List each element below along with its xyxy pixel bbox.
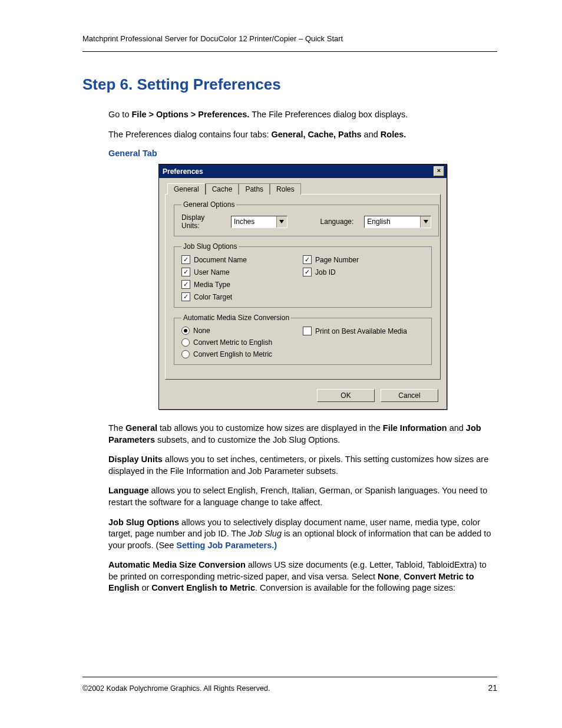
paragraph-display-units: Display Units allows you to set inches, … (108, 454, 497, 477)
checkbox-best-media[interactable]: Print on Best Available Media (303, 327, 424, 335)
checkbox-label: User Name (194, 268, 230, 276)
group-job-slug: Job Slug Options Document Name User Name… (174, 242, 432, 308)
paragraph-job-slug: Job Slug Options allows you to selective… (108, 517, 497, 552)
subheading-general-tab: General Tab (108, 149, 497, 158)
radio-metric-to-english[interactable]: Convert Metric to English (181, 338, 303, 347)
svg-marker-1 (424, 220, 428, 223)
text: allows you to set inches, centimeters, o… (108, 454, 488, 476)
checkbox-label: Print on Best Available Media (315, 327, 407, 335)
paragraph-language: Language allows you to select English, F… (108, 485, 497, 508)
tab-general[interactable]: General (167, 183, 206, 195)
text: Job Slug (249, 529, 282, 538)
tab-bar: General Cache Paths Roles (159, 178, 447, 194)
button-row: OK Cancel (159, 386, 447, 409)
text: . Conversion is available for the follow… (255, 583, 455, 592)
tab-cache[interactable]: Cache (206, 183, 239, 195)
tab-panel-general: General Options Display Units: Inches La… (165, 194, 441, 380)
copyright: ©2002 Kodak Polychrome Graphics. All Rig… (82, 684, 270, 693)
text: Language (108, 486, 148, 495)
text: Job Slug Options (108, 518, 179, 527)
check-icon (181, 268, 190, 276)
checkbox-user-name[interactable]: User Name (181, 268, 303, 276)
dropdown-value: English (367, 218, 390, 226)
language-label: Language: (320, 218, 354, 226)
radio-icon (181, 327, 190, 335)
checkbox-label: Job ID (315, 268, 336, 276)
radio-icon (181, 338, 190, 347)
chevron-down-icon (276, 216, 287, 228)
text: File Information (383, 423, 447, 433)
intro-paragraph: Go to File > Options > Preferences. The … (108, 109, 497, 121)
text: Display Units (108, 454, 163, 464)
text: subsets, and to customize the Job Slug O… (155, 435, 340, 444)
checkbox-label: Media Type (194, 281, 230, 289)
legend: Job Slug Options (181, 242, 239, 251)
ok-button[interactable]: OK (317, 389, 375, 402)
radio-none[interactable]: None (181, 327, 303, 335)
text: The Preferences dialog contains four tab… (108, 130, 271, 139)
check-icon (303, 327, 312, 335)
check-icon (303, 255, 312, 264)
check-icon (303, 268, 312, 276)
tabs-paragraph: The Preferences dialog contains four tab… (108, 129, 497, 141)
legend: General Options (181, 200, 236, 209)
text: None (378, 572, 399, 581)
dialog-title: Preferences (163, 167, 203, 176)
checkbox-page-number[interactable]: Page Number (303, 255, 424, 264)
display-units-dropdown[interactable]: Inches (231, 216, 287, 228)
close-button[interactable]: × (434, 166, 444, 176)
radio-english-to-metric[interactable]: Convert English to Metric (181, 350, 303, 358)
preferences-dialog: Preferences × General Cache Paths Roles … (158, 164, 447, 410)
close-icon: × (437, 167, 441, 174)
svg-marker-0 (279, 220, 284, 223)
check-icon (181, 292, 190, 301)
page-number: 21 (488, 683, 497, 693)
group-auto-media: Automatic Media Size Conversion None Con… (174, 314, 432, 365)
text: or (139, 583, 151, 592)
checkbox-label: Color Target (194, 293, 232, 301)
checkbox-color-target[interactable]: Color Target (181, 292, 303, 301)
text: General (125, 423, 157, 433)
chevron-down-icon (420, 216, 431, 228)
text: Automatic Media Size Conversion (108, 560, 246, 569)
checkbox-label: Page Number (315, 256, 359, 264)
checkbox-document-name[interactable]: Document Name (181, 255, 303, 264)
link-setting-job-parameters[interactable]: Setting Job Parameters.) (176, 541, 277, 550)
radio-label: None (193, 327, 210, 335)
check-icon (181, 280, 190, 289)
text: Go to (108, 110, 132, 119)
display-units-label: Display Units: (181, 213, 220, 230)
text: tab allows you to customize how sizes ar… (157, 423, 383, 433)
paragraph-auto-media: Automatic Media Size Conversion allows U… (108, 559, 497, 594)
checkbox-job-id[interactable]: Job ID (303, 268, 424, 276)
text: and (447, 423, 466, 433)
text: and (362, 130, 381, 139)
radio-icon (181, 350, 190, 358)
cancel-button[interactable]: Cancel (381, 389, 438, 402)
dropdown-value: Inches (234, 218, 254, 226)
checkbox-label: Document Name (194, 256, 247, 264)
menu-path: File > Options > Preferences. (132, 110, 250, 119)
text: Roles. (381, 130, 406, 139)
page-title: Step 6. Setting Preferences (82, 75, 497, 94)
paragraph-general: The General tab allows you to customize … (108, 423, 497, 446)
radio-label: Convert Metric to English (193, 338, 272, 347)
checkbox-media-type[interactable]: Media Type (181, 280, 303, 289)
group-general-options: General Options Display Units: Inches La… (174, 200, 439, 236)
text: Convert English to Metric (151, 583, 255, 592)
text: The (108, 423, 125, 433)
page-footer: ©2002 Kodak Polychrome Graphics. All Rig… (82, 677, 497, 693)
radio-label: Convert English to Metric (193, 350, 272, 358)
legend: Automatic Media Size Conversion (181, 314, 291, 322)
language-dropdown[interactable]: English (364, 216, 431, 228)
text: allows you to select English, French, It… (108, 486, 487, 507)
tab-roles[interactable]: Roles (270, 183, 301, 195)
text: The File Preferences dialog box displays… (249, 110, 408, 119)
running-header: Matchprint Professional Server for DocuC… (82, 34, 497, 52)
check-icon (181, 255, 190, 264)
tab-paths[interactable]: Paths (239, 183, 270, 195)
dialog-titlebar: Preferences × (159, 164, 447, 178)
text: General, Cache, Paths (271, 130, 361, 139)
